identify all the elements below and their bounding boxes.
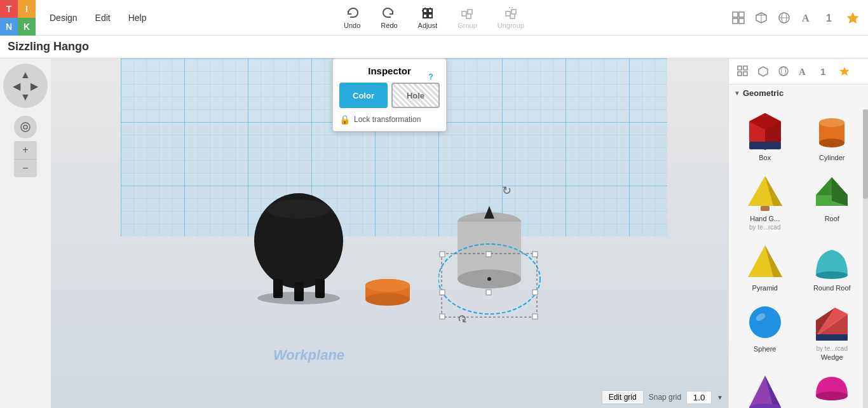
svg-rect-49 (486, 252, 491, 257)
svg-text:A: A (802, 13, 810, 24)
svg-point-32 (267, 200, 330, 219)
shape-hand[interactable]: Hand G... by te...rcad (733, 167, 797, 233)
shape-cone[interactable]: Cone (733, 366, 797, 408)
svg-point-56 (487, 277, 491, 281)
canvas-area[interactable]: Inspector ? Color Hole 🔒 Lock transforma… (51, 58, 728, 408)
favorites-icon[interactable] (843, 8, 863, 28)
sidebar-grid-icon[interactable] (734, 62, 752, 80)
sidebar-scroll[interactable]: Box Cylinder (729, 102, 868, 408)
shape-wedge[interactable]: by te...rcad Wedge (800, 297, 865, 364)
inspector-panel: Inspector ? Color Hole 🔒 Lock transforma… (332, 58, 447, 132)
menu-help[interactable]: Help (119, 0, 156, 35)
inspector-help-icon[interactable]: ? (428, 72, 433, 81)
nav-compass[interactable]: ▲ ◀ ▶ ▼ (3, 64, 48, 108)
svg-point-41 (365, 279, 410, 292)
text-icon[interactable]: A (797, 8, 817, 28)
lock-transformation[interactable]: 🔒 Lock transformation (339, 114, 440, 125)
shape-sphere[interactable]: Sphere (733, 297, 797, 364)
inspector-buttons: Color Hole (339, 83, 440, 108)
number-icon[interactable]: 1 (820, 8, 840, 28)
orange-cylinder-object[interactable] (362, 279, 413, 309)
svg-rect-55 (532, 314, 538, 319)
shape-pyramid-label: Pyramid (752, 284, 778, 292)
shape-round-roof-label: Round Roof (813, 284, 851, 292)
svg-rect-11 (512, 10, 516, 14)
adjust-button[interactable]: Adjust (410, 4, 445, 32)
svg-rect-59 (738, 72, 742, 76)
ungroup-button[interactable]: Ungroup (490, 4, 532, 32)
svg-rect-50 (532, 252, 538, 257)
topbar: T I N K Design Edit Help Undo Redo (0, 0, 868, 36)
svg-point-40 (365, 293, 410, 306)
svg-point-82 (749, 306, 781, 338)
sidebar-text-icon[interactable]: A (795, 62, 813, 80)
svg-text:1: 1 (826, 13, 832, 24)
logo-t: T (0, 0, 18, 18)
grid-view-icon[interactable] (728, 8, 749, 28)
shape-cylinder-label: Cylinder (819, 154, 844, 161)
zoom-in-button[interactable]: + (14, 141, 37, 159)
toolbar-center: Undo Redo Adjust Group (336, 4, 532, 32)
globe-icon[interactable] (774, 8, 794, 28)
svg-rect-2 (423, 14, 427, 18)
bottom-bar: Edit grid Snap grid ▼ (602, 390, 723, 404)
undo-button[interactable]: Undo (336, 4, 368, 32)
logo-k: K (18, 18, 36, 36)
shape-cylinder[interactable]: Cylinder (800, 105, 865, 164)
shape-sphere-label: Sphere (754, 345, 776, 353)
svg-rect-75 (761, 206, 770, 211)
redo-button[interactable]: Redo (373, 4, 405, 32)
shape-roof[interactable]: Roof (800, 167, 865, 233)
svg-rect-8 (468, 10, 472, 14)
snap-dropdown-arrow[interactable]: ▼ (717, 394, 723, 401)
svg-rect-58 (743, 66, 747, 70)
snap-input[interactable] (686, 391, 712, 404)
hole-button[interactable]: Hole (391, 83, 440, 108)
project-title[interactable]: Sizzling Hango (8, 40, 89, 53)
left-panel: ▲ ◀ ▶ ▼ ? + − (0, 58, 51, 408)
compass-down-arrow: ▼ (20, 92, 31, 102)
svg-point-61 (779, 67, 788, 76)
color-button[interactable]: Color (339, 83, 388, 108)
edit-grid-button[interactable]: Edit grid (602, 390, 644, 404)
sidebar-collapse-button[interactable]: › (728, 221, 729, 246)
svg-point-62 (782, 67, 786, 76)
svg-rect-54 (440, 314, 445, 319)
home-view-button[interactable] (14, 116, 37, 139)
compass-left-arrow: ◀ (13, 80, 20, 92)
inspector-title: Inspector (339, 65, 440, 76)
shape-round-roof[interactable]: Round Roof (800, 236, 865, 294)
svg-point-71 (819, 118, 844, 127)
sidebar-globe-icon[interactable] (775, 62, 792, 80)
compass-right-arrow: ▶ (31, 80, 38, 92)
shape-half-sphere[interactable]: Half Sphere (800, 366, 865, 408)
svg-rect-69 (749, 142, 781, 149)
svg-rect-52 (486, 290, 491, 295)
svg-rect-15 (739, 12, 744, 17)
box-3d-icon[interactable] (751, 8, 771, 28)
svg-marker-45 (484, 206, 494, 219)
logo-n: N (0, 18, 18, 36)
logo: T I N K (0, 0, 36, 36)
black-pot-object[interactable] (248, 190, 349, 319)
svg-point-27 (24, 125, 27, 129)
rotate-handle-bottom[interactable]: ↻ (458, 311, 467, 325)
sidebar-star-icon[interactable] (836, 62, 853, 80)
shape-pyramid[interactable]: Pyramid (733, 236, 797, 294)
zoom-out-button[interactable]: − (14, 160, 37, 177)
selected-cylinder-object[interactable]: ↻ (438, 196, 566, 325)
svg-rect-57 (738, 66, 742, 70)
category-label[interactable]: ▼ Geometric (729, 85, 868, 102)
svg-rect-17 (739, 18, 744, 24)
sidebar-view-icons: A 1 (734, 62, 853, 80)
toolbar-right: A 1 (728, 8, 863, 28)
sidebar-number-icon[interactable]: 1 (815, 62, 833, 80)
shape-box[interactable]: Box (733, 105, 797, 164)
rotate-handle-top[interactable]: ↻ (502, 184, 512, 198)
menu-design[interactable]: Design (41, 0, 86, 35)
logo-i: I (18, 0, 36, 18)
sidebar-3d-icon[interactable] (754, 62, 772, 80)
group-button[interactable]: Group (450, 4, 485, 32)
menu-edit[interactable]: Edit (86, 0, 119, 35)
compass-up-arrow: ▲ (20, 70, 31, 80)
